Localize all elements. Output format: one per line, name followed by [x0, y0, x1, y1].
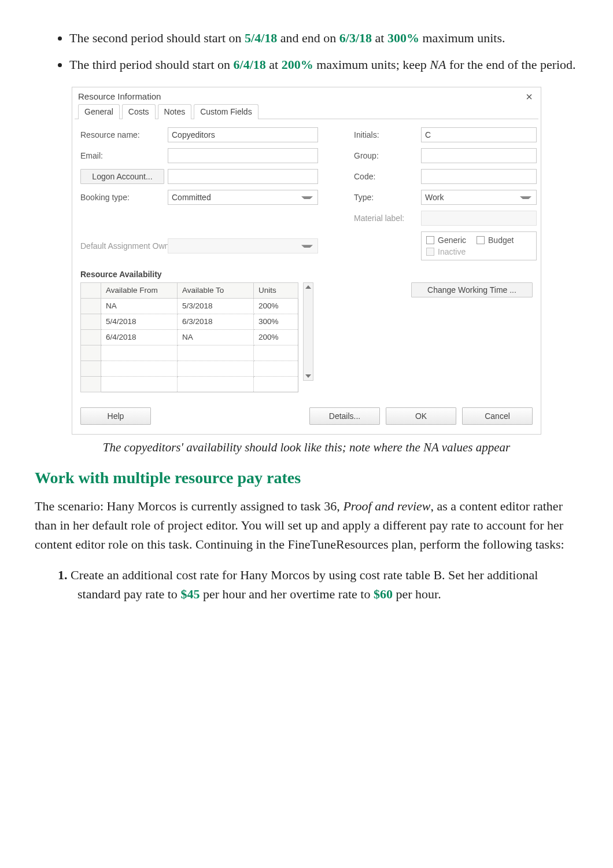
tab-general[interactable]: General: [78, 104, 120, 119]
bullet-second-period: The second period should start on 5/4/18…: [69, 29, 578, 47]
table-scrollbar[interactable]: [303, 282, 313, 381]
section-heading: Work with multiple resource pay rates: [35, 469, 578, 487]
resource-information-dialog: Resource Information × General Costs Not…: [72, 87, 541, 435]
table-row: 5/4/2018 6/3/2018 300%: [81, 314, 298, 329]
material-label-field: [421, 211, 537, 226]
default-owner-select: [168, 238, 318, 253]
cancel-button[interactable]: Cancel: [462, 407, 533, 425]
label-type: Type:: [354, 193, 418, 202]
availability-heading: Resource Availability: [80, 270, 533, 279]
check-inactive: Inactive: [426, 247, 466, 256]
label-booking-type: Booking type:: [80, 193, 164, 202]
section-paragraph: The scenario: Hany Morcos is currently a…: [35, 496, 578, 554]
table-row: [81, 345, 298, 361]
tab-custom-fields[interactable]: Custom Fields: [194, 104, 258, 119]
label-group: Group:: [354, 151, 418, 160]
details-button[interactable]: Details...: [309, 407, 380, 425]
table-row: NA 5/3/2018 200%: [81, 298, 298, 314]
label-material: Material label:: [354, 214, 418, 223]
tab-notes[interactable]: Notes: [158, 104, 192, 119]
table-corner: [81, 282, 101, 298]
availability-table: Available From Available To Units NA 5/3…: [80, 282, 298, 392]
change-working-time-button[interactable]: Change Working Time ...: [411, 282, 533, 297]
help-button[interactable]: Help: [80, 407, 151, 425]
label-initials: Initials:: [354, 130, 418, 139]
chevron-up-icon[interactable]: [305, 285, 311, 289]
instruction-bullets: The second period should start on 5/4/18…: [35, 29, 578, 74]
col-units[interactable]: Units: [254, 282, 298, 298]
logon-account-button[interactable]: Logon Account...: [80, 169, 164, 184]
close-icon[interactable]: ×: [523, 91, 535, 102]
table-row: [81, 376, 298, 392]
figure-caption: The copyeditors' availability should loo…: [35, 440, 578, 455]
code-field[interactable]: [421, 169, 537, 184]
check-generic[interactable]: Generic: [426, 236, 466, 245]
dialog-title: Resource Information: [78, 91, 161, 101]
label-default-owner: Default Assignment Owner:: [80, 241, 164, 251]
col-available-from[interactable]: Available From: [101, 282, 178, 298]
table-row: 6/4/2018 NA 200%: [81, 329, 298, 345]
initials-field[interactable]: C: [421, 127, 537, 142]
ok-button[interactable]: OK: [386, 407, 456, 425]
chevron-down-icon[interactable]: [305, 374, 311, 378]
booking-type-select[interactable]: Committed: [168, 190, 318, 205]
label-email: Email:: [80, 151, 164, 160]
resource-name-field[interactable]: Copyeditors: [168, 127, 318, 142]
label-resource-name: Resource name:: [80, 130, 164, 139]
group-field[interactable]: [421, 148, 537, 163]
tab-costs[interactable]: Costs: [122, 104, 156, 119]
email-field[interactable]: [168, 148, 318, 163]
logon-field[interactable]: [168, 169, 318, 184]
steps-list: 1. Create an additional cost rate for Ha…: [35, 565, 578, 604]
resource-flags: Generic Budget Inactive: [421, 231, 537, 260]
label-code: Code:: [354, 172, 418, 181]
bullet-third-period: The third period should start on 6/4/18 …: [69, 56, 578, 74]
table-row: [81, 361, 298, 376]
col-available-to[interactable]: Available To: [178, 282, 254, 298]
type-select[interactable]: Work: [421, 190, 537, 205]
dialog-tabs: General Costs Notes Custom Fields: [75, 104, 538, 119]
step-1: 1. Create an additional cost rate for Ha…: [58, 565, 578, 604]
check-budget[interactable]: Budget: [477, 236, 514, 245]
